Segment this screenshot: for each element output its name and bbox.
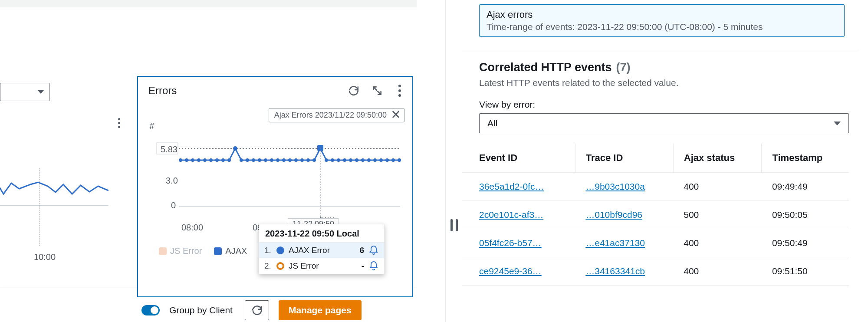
svg-point-5 [191, 158, 194, 162]
trace-id-link[interactable]: …34163341cb [585, 266, 645, 276]
info-box-subtitle: Time-range of events: 2023-11-22 09:50:0… [487, 22, 837, 32]
legend-label-js: JS Error [170, 246, 202, 256]
ajax-status-cell: 400 [673, 257, 762, 286]
timestamp-cell: 09:49:49 [762, 173, 849, 201]
svg-point-16 [258, 158, 261, 162]
errors-filter-pill-text: Ajax Errors 2023/11/22 09:50:00 [274, 111, 387, 119]
svg-point-36 [385, 158, 389, 162]
trace-id-link[interactable]: …e41ac37130 [585, 238, 645, 248]
table-row: 2c0e101c-af3……010bf9cd9650009:50:05 [462, 201, 849, 229]
svg-point-21 [288, 158, 292, 162]
adjacent-chart-line [0, 168, 108, 207]
table-row: ce9245e9-36……34163341cb40009:51:50 [462, 257, 849, 286]
trace-id-link[interactable]: …9b03c1030a [585, 181, 645, 191]
event-id-link[interactable]: 05f4fc26-b57… [479, 238, 542, 248]
svg-point-25 [312, 158, 316, 162]
group-by-client-toggle[interactable] [141, 305, 160, 315]
event-id-link[interactable]: 2c0e101c-af3… [479, 210, 543, 220]
svg-point-24 [306, 158, 310, 162]
view-by-error-select[interactable]: All [479, 113, 849, 133]
tooltip-title: 2023-11-22 09:50 Local [259, 224, 384, 243]
view-by-error-value: All [487, 118, 497, 128]
svg-point-29 [343, 158, 346, 162]
left-mini-select[interactable] [0, 83, 49, 101]
tooltip-series-label: AJAX Error [289, 246, 349, 255]
col-event-id[interactable]: Event ID [462, 144, 575, 173]
ajax-status-cell: 500 [673, 201, 762, 229]
table-row: 36e5a1d2-0fc……9b03c1030a40009:49:49 [462, 173, 849, 201]
tooltip-series-value: 6 [353, 246, 364, 255]
correlated-events-table: Event ID Trace ID Ajax status Timestamp … [462, 144, 849, 286]
errors-ytick-mid: 3.0 [166, 176, 178, 186]
svg-point-17 [264, 158, 267, 162]
errors-widget-title: Errors [148, 85, 177, 97]
svg-point-10 [221, 158, 225, 162]
legend-swatch-ajax [214, 247, 222, 255]
series-dot-icon [276, 246, 284, 254]
selected-event-info-box: Ajax errors Time-range of events: 2023-1… [479, 4, 845, 37]
svg-point-28 [337, 158, 340, 162]
table-row: 05f4fc26-b57……e41ac3713040009:50:49 [462, 229, 849, 257]
ajax-status-cell: 400 [673, 173, 762, 201]
resize-handle[interactable] [450, 219, 458, 231]
event-id-link[interactable]: ce9245e9-36… [479, 266, 542, 276]
svg-point-33 [367, 158, 371, 162]
expand-icon[interactable] [372, 85, 383, 96]
svg-point-13 [240, 158, 243, 162]
correlated-events-title: Correlated HTTP events [479, 61, 612, 74]
event-id-cell: 36e5a1d2-0fc… [462, 173, 575, 201]
svg-point-6 [197, 158, 201, 162]
close-icon[interactable] [391, 109, 401, 121]
tooltip-row-ajax: 1. AJAX Error 6 [259, 243, 384, 258]
tooltip-index: 2. [264, 261, 272, 271]
errors-ytick-bottom: 0 [171, 200, 176, 210]
refresh-button[interactable] [245, 300, 269, 320]
col-ajax-status[interactable]: Ajax status [673, 144, 762, 173]
group-by-client-label: Group by Client [169, 305, 233, 315]
trace-id-cell: …e41ac37130 [575, 229, 673, 257]
errors-widget-menu[interactable] [395, 85, 404, 97]
refresh-icon[interactable] [348, 85, 359, 96]
svg-point-31 [355, 158, 358, 162]
svg-point-20 [282, 158, 286, 162]
errors-chart[interactable]: 5.83 3.0 0 08:00 09:00 [148, 133, 405, 237]
errors-chart-tooltip: 2023-11-22 09:50 Local 1. AJAX Error 6 2… [259, 224, 385, 274]
trace-id-cell: …010bf9cd96 [575, 201, 673, 229]
manage-pages-button[interactable]: Manage pages [279, 300, 362, 320]
view-by-error-label: View by error: [479, 99, 859, 110]
tooltip-row-js: 2. JS Error - [259, 258, 384, 274]
svg-point-27 [331, 158, 334, 162]
svg-point-32 [361, 158, 365, 162]
bell-icon[interactable] [368, 261, 379, 271]
svg-point-23 [300, 158, 304, 162]
adjacent-chart-preview: 10:00 t [0, 112, 126, 268]
trace-id-link[interactable]: …010bf9cd96 [585, 210, 642, 220]
event-id-cell: ce9245e9-36… [462, 257, 575, 286]
legend-item-ajax[interactable]: AJAX [214, 246, 247, 256]
errors-y-axis-label: # [149, 121, 154, 131]
svg-point-8 [209, 158, 213, 162]
errors-ytick-top: 5.83 [161, 145, 178, 154]
svg-point-4 [185, 158, 188, 162]
svg-point-7 [203, 158, 207, 162]
timestamp-cell: 09:50:05 [762, 201, 849, 229]
col-trace-id[interactable]: Trace ID [575, 144, 673, 173]
vertical-divider [445, 0, 446, 322]
bell-icon[interactable] [368, 245, 379, 256]
svg-point-12 [233, 146, 237, 151]
correlated-events-heading: Correlated HTTP events (7) [479, 61, 859, 74]
errors-xtick-1: 08:00 [181, 223, 203, 233]
adjacent-chart-menu[interactable] [114, 116, 124, 130]
event-id-link[interactable]: 36e5a1d2-0fc… [479, 181, 544, 191]
correlated-events-subtitle: Latest HTTP events related to the select… [479, 78, 859, 88]
timestamp-cell: 09:50:49 [762, 229, 849, 257]
legend-item-js-error[interactable]: JS Error [159, 246, 202, 256]
chevron-down-icon [834, 122, 841, 125]
svg-point-30 [349, 158, 352, 162]
trace-id-cell: …34163341cb [575, 257, 673, 286]
trace-id-cell: …9b03c1030a [575, 173, 673, 201]
tooltip-index: 1. [264, 246, 272, 255]
col-timestamp[interactable]: Timestamp [762, 144, 849, 173]
adjacent-chart-xtick: 10:00 [34, 252, 56, 262]
event-id-cell: 2c0e101c-af3… [462, 201, 575, 229]
